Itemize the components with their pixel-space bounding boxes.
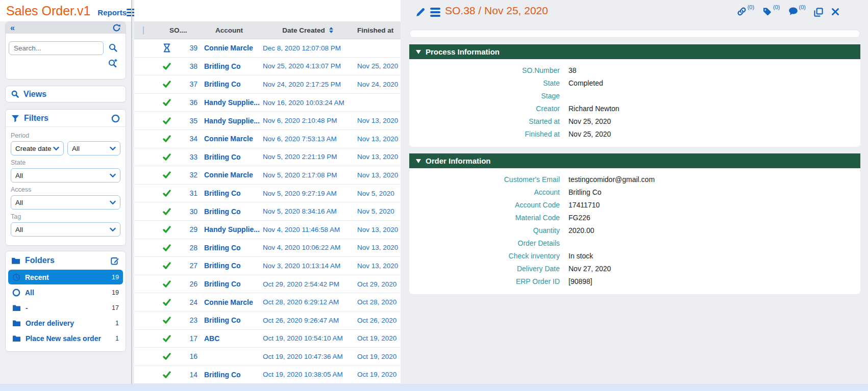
edit-folders-icon[interactable] xyxy=(111,256,120,265)
row-so-number[interactable]: 32 xyxy=(176,171,197,179)
column-header-so[interactable]: SO.... xyxy=(158,27,197,34)
row-account-link[interactable]: ABC xyxy=(197,334,261,343)
tags-button[interactable]: (0) xyxy=(762,7,780,16)
column-header-date-created[interactable]: Date Created xyxy=(261,27,355,34)
table-row-so-38[interactable]: 38Britling CoNov 25, 2020 4:13:07 PMNov … xyxy=(134,58,401,76)
check-icon xyxy=(163,353,171,360)
table-row-so-17[interactable]: 17ABCOct 19, 2020 10:54:10 AMOct 19, 202… xyxy=(134,330,401,348)
detail-menu-icon[interactable] xyxy=(430,8,440,17)
row-account-link[interactable]: Connie Marcle xyxy=(197,135,261,143)
filter-select-period[interactable]: Create date xyxy=(11,141,64,155)
folder-item-recent[interactable]: Recent19 xyxy=(8,270,123,284)
row-so-number[interactable]: 14 xyxy=(176,371,197,379)
field-value: Richard Newton xyxy=(560,105,619,113)
row-account-link[interactable]: Britling Co xyxy=(197,262,261,270)
table-row-so-28[interactable]: 28Britling CoNov 4, 2020 10:06:22 AMNov … xyxy=(134,239,401,257)
row-so-number[interactable]: 27 xyxy=(176,262,197,270)
field-value: Nov 25, 2020 xyxy=(560,117,611,125)
section-header-order-information[interactable]: Order Information xyxy=(409,153,860,168)
table-row-so-33[interactable]: 33Britling CoNov 5, 2020 2:21:19 PMNov 1… xyxy=(134,148,401,167)
edit-record-pencil-icon[interactable] xyxy=(416,8,425,17)
row-so-number[interactable]: 39 xyxy=(176,44,197,52)
row-account-link[interactable]: Handy Supplie... xyxy=(197,98,261,107)
close-icon[interactable] xyxy=(831,8,839,16)
column-header-account[interactable]: Account xyxy=(197,27,261,34)
row-date-created: Oct 19, 2020 10:54:10 AM xyxy=(261,334,355,342)
row-so-number[interactable]: 31 xyxy=(176,189,197,197)
row-account-link[interactable]: Britling Co xyxy=(197,189,261,197)
row-so-number[interactable]: 37 xyxy=(176,80,197,88)
folder-item-order-delivery[interactable]: Order delivery1 xyxy=(8,316,123,330)
folder-item-dash[interactable]: -17 xyxy=(8,300,123,315)
filter-select-access[interactable]: All xyxy=(11,195,120,210)
table-row-so-35[interactable]: 35Handy Supplie...Nov 6, 2020 2:10:48 PM… xyxy=(134,112,401,130)
table-row-so-29[interactable]: 29Handy Supplie...Nov 4, 2020 11:46:58 A… xyxy=(134,221,401,239)
row-account-link[interactable]: Britling Co xyxy=(197,80,261,88)
row-account-link[interactable]: Handy Supplie... xyxy=(197,117,261,125)
row-so-number[interactable]: 17 xyxy=(176,334,197,343)
row-date-created: Dec 8, 2020 12:07:08 PM xyxy=(261,44,355,52)
row-so-number[interactable]: 34 xyxy=(176,135,197,143)
popup-window-icon[interactable] xyxy=(814,8,823,17)
table-row-so-24[interactable]: 24Connie MarcleOct 28, 2020 6:29:12 AMOc… xyxy=(134,293,401,311)
row-account-link[interactable]: Connie Marcle xyxy=(197,44,261,52)
row-account-link[interactable]: Connie Marcle xyxy=(197,171,261,179)
table-row-so-32[interactable]: 32Connie MarcleNov 5, 2020 2:17:08 PMNov… xyxy=(134,166,401,185)
table-row-so-30[interactable]: 30Britling CoNov 5, 2020 8:34:16 AMNov 5… xyxy=(134,202,401,221)
row-account-link[interactable]: Handy Supplie... xyxy=(197,225,261,233)
comments-button[interactable]: (0) xyxy=(788,7,806,16)
table-row-so-16[interactable]: 16Oct 19, 2020 10:47:36 AMOct 19, 2020 xyxy=(134,348,401,366)
sort-icon[interactable] xyxy=(329,27,333,33)
table-row-so-37[interactable]: 37Britling CoNov 24, 2020 2:17:25 PMNov … xyxy=(134,75,401,94)
row-so-number[interactable]: 30 xyxy=(176,207,197,216)
row-so-number[interactable]: 23 xyxy=(176,316,197,324)
row-so-number[interactable]: 16 xyxy=(176,352,197,360)
row-so-number[interactable]: 28 xyxy=(176,244,197,252)
search-input[interactable] xyxy=(9,41,104,55)
table-row-so-39[interactable]: 39Connie MarcleDec 8, 2020 12:07:08 PM xyxy=(134,39,401,58)
folder-item-all[interactable]: All19 xyxy=(8,285,123,300)
table-row-so-27[interactable]: 27Britling CoNov 3, 2020 10:13:14 AMNov … xyxy=(134,257,401,275)
row-so-number[interactable]: 36 xyxy=(176,98,197,107)
section-header-process-information[interactable]: Process Information xyxy=(409,44,860,59)
column-header-finished-at[interactable]: Finished at xyxy=(355,27,401,34)
links-button[interactable]: (0) xyxy=(737,7,754,16)
row-account-link[interactable]: Britling Co xyxy=(197,207,261,216)
table-row-so-26[interactable]: 26Britling CoOct 29, 2020 2:54:42 PMOct … xyxy=(134,275,401,294)
row-so-number[interactable]: 26 xyxy=(176,280,197,288)
row-so-number[interactable]: 35 xyxy=(176,117,197,125)
views-title: Views xyxy=(23,90,46,99)
filters-clear-circle-icon[interactable] xyxy=(111,114,120,123)
table-row-so-36[interactable]: 36Handy Supplie...Nov 16, 2020 10:03:24 … xyxy=(134,94,401,112)
views-card[interactable]: Views xyxy=(5,86,126,102)
filter-select-state[interactable]: All xyxy=(11,168,120,183)
row-account-link[interactable]: Connie Marcle xyxy=(197,298,261,306)
row-account-link[interactable]: Britling Co xyxy=(197,62,261,70)
table-row-so-31[interactable]: 31Britling CoNov 5, 2020 9:27:19 AMNov 5… xyxy=(134,185,401,203)
table-row-so-14[interactable]: 14Britling CoOct 19, 2020 10:38:05 AMOct… xyxy=(134,366,401,384)
row-so-number[interactable]: 38 xyxy=(176,62,197,70)
table-row-so-34[interactable]: 34Connie MarcleNov 6, 2020 7:53:13 AMNov… xyxy=(134,130,401,148)
advanced-search-icon[interactable] xyxy=(108,59,117,67)
collapse-sidebar-icon[interactable]: « xyxy=(10,24,15,32)
row-account-link[interactable]: Britling Co xyxy=(197,371,261,379)
reports-link[interactable]: Reports xyxy=(97,8,127,17)
check-icon xyxy=(163,63,171,70)
row-account-link[interactable]: Britling Co xyxy=(197,244,261,252)
refresh-icon[interactable] xyxy=(112,23,121,32)
row-account-link[interactable]: Britling Co xyxy=(197,280,261,288)
filter-select-tag[interactable]: All xyxy=(11,222,120,237)
select-all-checkbox[interactable] xyxy=(143,26,144,35)
row-so-number[interactable]: 29 xyxy=(176,225,197,233)
check-icon xyxy=(163,99,171,106)
filter-select-period[interactable]: All xyxy=(67,141,120,155)
row-account-link[interactable]: Britling Co xyxy=(197,316,261,324)
row-so-number[interactable]: 33 xyxy=(176,153,197,161)
select-value: Create date xyxy=(15,145,51,152)
check-icon xyxy=(163,135,171,142)
row-account-link[interactable]: Britling Co xyxy=(197,153,261,161)
search-icon[interactable] xyxy=(109,43,117,52)
row-so-number[interactable]: 24 xyxy=(176,298,197,306)
folder-item-place-new-sales-order[interactable]: Place New sales order1 xyxy=(8,331,123,346)
table-row-so-23[interactable]: 23Britling CoOct 26, 2020 9:26:47 AMOct … xyxy=(134,311,401,330)
